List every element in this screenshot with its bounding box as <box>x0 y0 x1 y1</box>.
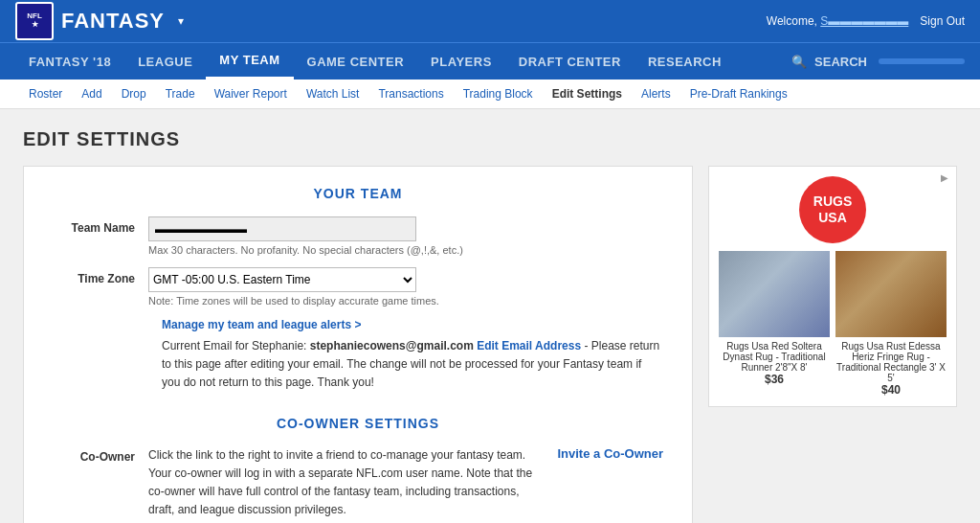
ad-logo: RUGSUSA <box>719 176 947 243</box>
subnav-drop[interactable]: Drop <box>112 80 156 108</box>
manage-alerts-link[interactable]: Manage my team and league alerts > <box>162 318 663 331</box>
coowner-section: CO-OWNER SETTINGS Co-Owner Click the lin… <box>53 416 663 520</box>
main-layout: YOUR TEAM Team Name Max 30 characters. N… <box>23 166 957 523</box>
ad-price-1: $36 <box>719 373 830 386</box>
username[interactable]: S▬▬▬▬▬▬▬ <box>820 14 908 28</box>
nav-item-gamecenter[interactable]: GAME CENTER <box>294 45 418 79</box>
nav-item-myteam[interactable]: MY TEAM <box>206 43 293 80</box>
ad-box: ▶ RUGSUSA Rugs Usa Red Soltera Dynast Ru… <box>708 166 957 407</box>
brand-title: FANTASY <box>61 9 165 34</box>
sign-out-button[interactable]: Sign Out <box>920 14 965 28</box>
edit-email-link[interactable]: Edit Email Address <box>477 339 581 352</box>
coowner-row: Co-Owner Click the link to the right to … <box>53 446 663 520</box>
search-button[interactable]: 🔍 SEARCH <box>791 55 867 69</box>
ad-indicator: ▶ <box>941 172 948 183</box>
welcome-text: Welcome, S▬▬▬▬▬▬▬ <box>767 14 909 28</box>
team-name-row: Team Name Max 30 characters. No profanit… <box>53 216 663 256</box>
nav-bar: FANTASY '18 LEAGUE MY TEAM GAME CENTER P… <box>0 42 980 80</box>
coowner-label: Co-Owner <box>53 446 148 464</box>
brand-dropdown[interactable]: ▾ <box>178 14 184 28</box>
sub-nav: Roster Add Drop Trade Waiver Report Watc… <box>0 80 980 109</box>
ad-image-placeholder-1 <box>719 251 830 337</box>
team-name-hint: Max 30 characters. No profanity. No spec… <box>148 244 663 256</box>
page-title: EDIT SETTINGS <box>23 128 957 150</box>
subnav-trade[interactable]: Trade <box>156 80 205 108</box>
coowner-right: Invite a Co-Owner <box>557 446 663 461</box>
coowner-text: Click the link to the right to invite a … <box>148 446 538 520</box>
ad-panel: ▶ RUGSUSA Rugs Usa Red Soltera Dynast Ru… <box>708 166 957 523</box>
nav-item-players[interactable]: PLAYERS <box>417 45 505 79</box>
subnav-waiver-report[interactable]: Waiver Report <box>205 80 297 108</box>
ad-caption-2: Rugs Usa Rust Edessa Heriz Fringe Rug - … <box>835 341 947 383</box>
nav-item-fantasy18[interactable]: FANTASY '18 <box>15 45 124 79</box>
team-name-label: Team Name <box>53 216 148 235</box>
subnav-edit-settings[interactable]: Edit Settings <box>543 80 632 108</box>
rugs-usa-logo: RUGSUSA <box>799 176 866 243</box>
nav-item-league[interactable]: LEAGUE <box>124 45 206 79</box>
subnav-roster[interactable]: Roster <box>19 80 72 108</box>
ad-price-2: $40 <box>835 383 947 397</box>
search-icon: 🔍 <box>791 55 807 69</box>
logo-area: NFL★ FANTASY ▾ <box>15 2 184 40</box>
subnav-trading-block[interactable]: Trading Block <box>454 80 543 108</box>
nav-item-draftcenter[interactable]: DRAFT CENTER <box>505 45 635 79</box>
subnav-transactions[interactable]: Transactions <box>368 80 453 108</box>
invite-coowner-link[interactable]: Invite a Co-Owner <box>557 446 663 461</box>
ad-images: Rugs Usa Red Soltera Dynast Rug - Tradit… <box>719 251 947 397</box>
nav-item-research[interactable]: RESEARCH <box>635 45 735 79</box>
top-bar-right: Welcome, S▬▬▬▬▬▬▬ Sign Out <box>767 14 965 28</box>
ad-image-placeholder-2 <box>835 251 947 337</box>
subnav-alerts[interactable]: Alerts <box>632 80 680 108</box>
nfl-logo: NFL★ <box>15 2 54 40</box>
top-bar: NFL★ FANTASY ▾ Welcome, S▬▬▬▬▬▬▬ Sign Ou… <box>0 0 980 42</box>
subnav-add[interactable]: Add <box>72 80 111 108</box>
ad-caption-1: Rugs Usa Red Soltera Dynast Rug - Tradit… <box>719 341 830 373</box>
ad-image-2[interactable]: Rugs Usa Rust Edessa Heriz Fringe Rug - … <box>835 251 947 397</box>
nav-avatar <box>879 58 965 64</box>
team-name-content: Max 30 characters. No profanity. No spec… <box>148 216 663 256</box>
timezone-row: Time Zone GMT -05:00 U.S. Eastern Time N… <box>53 267 663 307</box>
form-panel: YOUR TEAM Team Name Max 30 characters. N… <box>23 166 693 523</box>
subnav-watchlist[interactable]: Watch List <box>297 80 369 108</box>
ad-image-1[interactable]: Rugs Usa Red Soltera Dynast Rug - Tradit… <box>719 251 830 397</box>
coowner-title: CO-OWNER SETTINGS <box>53 416 663 431</box>
search-label: SEARCH <box>814 55 867 69</box>
timezone-note: Note: Time zones will be used to display… <box>148 295 663 307</box>
email-row: Current Email for Stephanie: stephanieco… <box>162 337 663 393</box>
email-address: stephaniecowens@gmail.com <box>310 339 474 352</box>
rugs-logo-text: RUGSUSA <box>813 193 852 226</box>
subnav-predraft[interactable]: Pre-Draft Rankings <box>680 80 797 108</box>
your-team-title: YOUR TEAM <box>53 186 663 201</box>
timezone-label: Time Zone <box>53 267 148 285</box>
timezone-select[interactable]: GMT -05:00 U.S. Eastern Time <box>148 267 416 292</box>
timezone-content: GMT -05:00 U.S. Eastern Time Note: Time … <box>148 267 663 307</box>
page-content: EDIT SETTINGS YOUR TEAM Team Name Max 30… <box>0 109 980 523</box>
team-name-input[interactable] <box>148 216 416 241</box>
current-email-label: Current Email for Stephanie: <box>162 339 306 352</box>
